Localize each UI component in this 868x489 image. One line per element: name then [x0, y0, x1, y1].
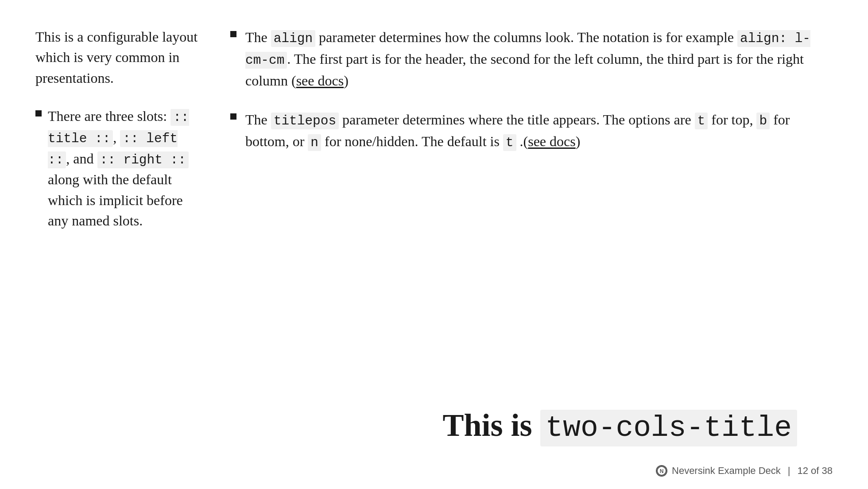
- r1-close: ): [344, 73, 349, 89]
- r2-code1: titlepos: [271, 113, 339, 129]
- right-list: The align parameter determines how the c…: [230, 27, 833, 153]
- footer-brand: Neversink Example Deck: [672, 465, 781, 477]
- bottom-title-code: two-cols-title: [540, 410, 797, 446]
- list-item-suffix: along with the default which is implicit…: [48, 171, 183, 229]
- bottom-title-plain: This is: [442, 408, 540, 443]
- list-item: There are three slots: :: title ::, :: l…: [35, 106, 204, 231]
- left-column: This is a configurable layout which is v…: [35, 27, 204, 275]
- bullet-icon: [35, 110, 42, 116]
- list-item-prefix: There are three slots:: [48, 108, 170, 124]
- r2-text-end: .(: [516, 133, 528, 149]
- r1-link[interactable]: see docs: [296, 73, 344, 89]
- neversink-icon: N: [656, 465, 667, 477]
- list-item-text: There are three slots: :: title ::, :: l…: [48, 106, 204, 231]
- slide-content: This is a configurable layout which is v…: [0, 0, 868, 301]
- r1-code1: align: [271, 30, 315, 47]
- list-item-sep2: , and: [66, 151, 97, 167]
- r2-text-before: The: [245, 112, 271, 128]
- right-item-1-text: The align parameter determines how the c…: [245, 27, 833, 91]
- r2-close: ): [576, 133, 581, 149]
- footer: N Neversink Example Deck | 12 of 38: [656, 465, 833, 477]
- left-intro: This is a configurable layout which is v…: [35, 27, 204, 88]
- bottom-title: This is two-cols-title: [442, 408, 797, 443]
- r2-text-mid3: for none/hidden. The default is: [321, 133, 503, 149]
- r1-text-after: parameter determines how the columns loo…: [315, 29, 737, 45]
- r2-link[interactable]: see docs: [528, 133, 576, 149]
- r2-text-mid1: for top,: [708, 112, 756, 128]
- r2-text-after: parameter determines where the title app…: [339, 112, 695, 128]
- r1-text-before: The: [245, 29, 271, 45]
- right-bullet-1: [230, 31, 236, 37]
- r2-code4: n: [308, 134, 321, 151]
- r2-code3: b: [756, 113, 770, 129]
- right-column: The align parameter determines how the c…: [230, 27, 833, 275]
- right-bullet-2: [230, 113, 236, 120]
- list-item-sep1: ,: [113, 129, 120, 145]
- footer-separator: |: [788, 465, 790, 477]
- left-list: There are three slots: :: title ::, :: l…: [35, 106, 204, 231]
- code-right: :: right ::: [97, 151, 189, 168]
- bottom-section: This is two-cols-title: [0, 407, 833, 445]
- svg-text:N: N: [660, 468, 664, 474]
- right-item-2-text: The titlepos parameter determines where …: [245, 109, 833, 152]
- footer-page: 12 of 38: [797, 465, 833, 477]
- r2-code2: t: [695, 113, 708, 129]
- r2-code5: t: [503, 134, 516, 151]
- right-list-item-1: The align parameter determines how the c…: [230, 27, 833, 91]
- right-list-item-2: The titlepos parameter determines where …: [230, 109, 833, 152]
